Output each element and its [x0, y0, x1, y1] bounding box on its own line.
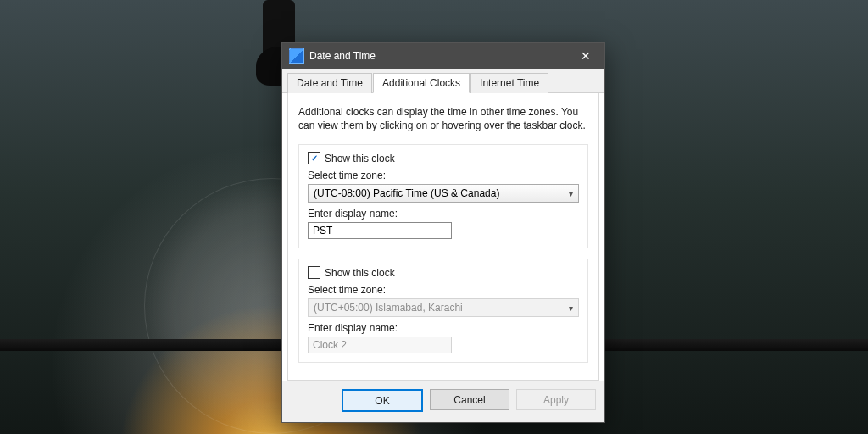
titlebar[interactable]: Date and Time ✕ — [282, 43, 604, 69]
clock1-displayname-label: Enter display name: — [308, 208, 579, 220]
ok-button[interactable]: OK — [342, 389, 423, 412]
apply-button: Apply — [516, 389, 596, 410]
desktop-background: Date and Time ✕ Date and Time Additional… — [0, 0, 868, 434]
chevron-down-icon: ▾ — [569, 303, 573, 313]
clock1-timezone-select[interactable]: (UTC-08:00) Pacific Time (US & Canada) ▾ — [308, 184, 579, 203]
clock1-group: Show this clock Select time zone: (UTC-0… — [298, 144, 588, 248]
cancel-button[interactable]: Cancel — [430, 389, 509, 410]
clock2-show-checkbox[interactable] — [308, 266, 320, 279]
clock1-show-label: Show this clock — [325, 153, 395, 164]
clock1-show-checkbox[interactable] — [308, 152, 320, 164]
clock1-displayname-input[interactable]: PST — [308, 222, 452, 239]
clock1-timezone-value: (UTC-08:00) Pacific Time (US & Canada) — [314, 187, 499, 199]
clock2-timezone-select: (UTC+05:00) Islamabad, Karachi ▾ — [308, 298, 579, 317]
clock1-displayname-value: PST — [313, 225, 332, 236]
close-button[interactable]: ✕ — [569, 44, 603, 68]
panel-description: Additional clocks can display the time i… — [298, 105, 588, 132]
tabstrip: Date and Time Additional Clocks Internet… — [282, 69, 604, 93]
clock2-displayname-value: Clock 2 — [313, 339, 347, 351]
clock1-timezone-label: Select time zone: — [308, 170, 579, 181]
date-and-time-dialog: Date and Time ✕ Date and Time Additional… — [281, 42, 605, 423]
clock2-show-label: Show this clock — [325, 267, 395, 279]
clock2-timezone-label: Select time zone: — [308, 284, 579, 296]
tab-date-and-time[interactable]: Date and Time — [287, 73, 372, 93]
clock2-displayname-label: Enter display name: — [308, 322, 579, 334]
date-time-icon — [289, 48, 304, 64]
window-title: Date and Time — [309, 50, 569, 62]
clock2-group: Show this clock Select time zone: (UTC+0… — [298, 259, 588, 363]
clock2-timezone-value: (UTC+05:00) Islamabad, Karachi — [314, 302, 463, 314]
close-icon: ✕ — [581, 49, 591, 63]
clock2-displayname-input: Clock 2 — [308, 337, 452, 353]
tab-internet-time[interactable]: Internet Time — [470, 73, 548, 93]
chevron-down-icon: ▾ — [569, 189, 573, 198]
additional-clocks-panel: Additional clocks can display the time i… — [287, 93, 599, 381]
dialog-button-row: OK Cancel Apply — [282, 381, 604, 422]
tab-additional-clocks[interactable]: Additional Clocks — [373, 73, 470, 93]
